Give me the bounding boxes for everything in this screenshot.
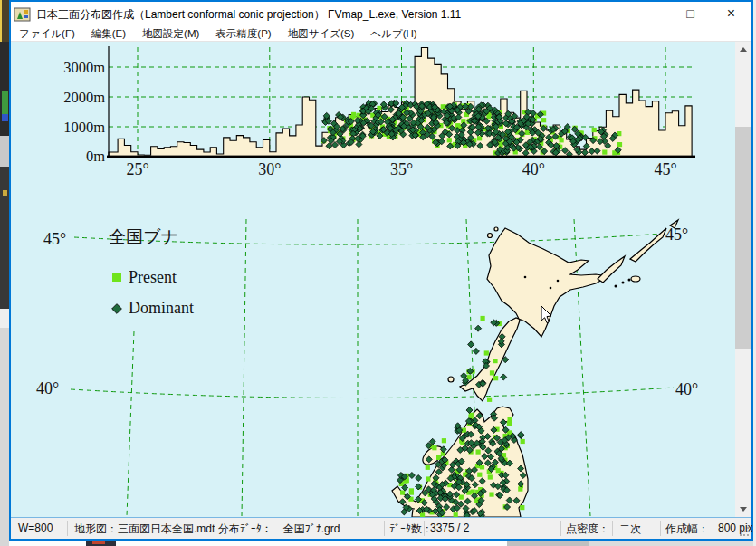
background-fragment <box>0 0 2 42</box>
background-icon-fragment <box>3 190 7 196</box>
background-fragment <box>0 136 9 167</box>
present-marker <box>521 439 525 444</box>
legend-present-label: Present <box>129 268 177 286</box>
status-files: 地形図：三面図日本全国.mdt 分布ﾃﾞｰﾀ： 全国ﾌﾞﾅ.grd <box>74 522 340 537</box>
present-marker <box>476 450 481 455</box>
present-marker <box>592 128 597 132</box>
present-marker <box>481 316 485 321</box>
background-fragment <box>0 167 9 309</box>
menu-item-edit[interactable]: 編集(E) <box>83 27 134 41</box>
screen: 日本三面分布図作成（Lambert conformal conic projec… <box>0 0 756 546</box>
window-title: 日本三面分布図作成（Lambert conformal conic projec… <box>36 7 629 23</box>
status-bar: W=800 地形図：三面図日本全国.mdt 分布ﾃﾞｰﾀ： 全国ﾌﾞﾅ.grd … <box>11 517 751 539</box>
rebun-island <box>494 227 498 231</box>
shikotan-island <box>631 276 640 282</box>
x-tick-45: 45° <box>654 160 676 178</box>
dominant-marker <box>475 325 482 331</box>
status-make-width-label: 作成幅： <box>665 522 709 537</box>
present-marker <box>447 138 452 142</box>
status-data-count-value: 3375 / 2 <box>430 522 469 534</box>
chart-x-axis <box>107 156 695 158</box>
menu-item-display-precision[interactable]: 表示精度(P) <box>207 27 279 41</box>
status-data-count-label: ﾃﾞｰﾀ数： <box>389 522 433 537</box>
present-marker <box>441 104 445 109</box>
minimize-button[interactable]: ─ <box>629 2 670 27</box>
resize-grip-icon[interactable] <box>740 527 750 537</box>
landmasses <box>392 220 678 517</box>
maximize-button[interactable]: □ <box>670 2 711 27</box>
present-marker <box>496 468 501 473</box>
habomai-islet <box>622 282 625 284</box>
status-divider <box>67 521 68 536</box>
present-marker <box>493 376 498 380</box>
background-fragment <box>589 541 753 546</box>
legend-dominant-label: Dominant <box>129 299 194 317</box>
menu-item-help[interactable]: ヘルプ(H) <box>362 27 425 41</box>
y-tick-0m: 0m <box>86 148 105 165</box>
dominant-marker <box>468 341 474 348</box>
dominant-marker <box>501 374 507 380</box>
status-width-mode: W=800 <box>18 522 53 534</box>
kunashiri-island <box>598 256 625 283</box>
map-drawing[interactable]: 3000m 2000m 1000m 0m 25° 30° 35° 40° 45° <box>11 42 735 517</box>
background-fragment <box>507 541 589 546</box>
status-divider <box>424 521 425 536</box>
dominant-marker <box>408 472 415 478</box>
present-marker <box>489 493 493 497</box>
status-divider <box>560 521 561 536</box>
present-marker <box>490 370 494 375</box>
status-divider <box>612 521 613 536</box>
legend-present-swatch <box>112 273 121 282</box>
chevron-up-icon <box>740 47 747 52</box>
scroll-down-button[interactable] <box>735 502 751 517</box>
titlebar[interactable]: 日本三面分布図作成（Lambert conformal conic projec… <box>11 2 751 27</box>
present-marker <box>617 142 622 147</box>
dominant-marker <box>466 407 473 413</box>
present-marker <box>520 505 524 510</box>
x-tick-25: 25° <box>126 160 148 178</box>
map-legend: 全国ブナ Present Dominant <box>109 227 194 317</box>
present-marker <box>487 398 492 402</box>
map-dot <box>550 287 552 290</box>
lat-label-45-left: 45° <box>43 230 66 248</box>
meridian <box>127 331 134 516</box>
app-icon <box>14 7 31 22</box>
present-marker <box>477 136 482 140</box>
elevation-chart: 3000m 2000m 1000m 0m 25° 30° 35° 40° 45° <box>63 46 695 178</box>
background-icon-fragment <box>2 91 8 116</box>
taskbar-icon-fragment <box>92 541 105 544</box>
x-tick-30: 30° <box>258 160 281 178</box>
present-marker <box>480 465 484 469</box>
menu-item-map-size[interactable]: 地図サイズ(S) <box>280 27 363 41</box>
background-fragment <box>0 42 9 136</box>
x-tick-40: 40° <box>522 160 545 178</box>
present-marker <box>400 491 405 495</box>
menu-item-file[interactable]: ファイル(F) <box>11 27 83 41</box>
present-marker <box>541 118 546 122</box>
present-marker <box>508 417 512 422</box>
distribution-map: 45° 45° 40° 40° 全国ブナ Present Dominant <box>36 219 698 517</box>
map-canvas-area[interactable]: 3000m 2000m 1000m 0m 25° 30° 35° 40° 45° <box>11 42 735 517</box>
chevron-down-icon <box>740 507 747 512</box>
present-marker <box>442 438 446 443</box>
menu-item-map-settings[interactable]: 地図設定(M) <box>134 27 207 41</box>
background-fragment <box>0 328 9 546</box>
scrollbar-thumb[interactable] <box>735 127 751 349</box>
present-marker <box>455 123 460 128</box>
hokkaido-island <box>460 228 608 401</box>
background-fragment <box>0 309 9 328</box>
legend-title: 全国ブナ <box>109 227 178 246</box>
status-divider <box>713 521 713 536</box>
etorofu-island <box>630 228 666 262</box>
dominant-marker <box>416 474 422 481</box>
lat-label-40-left: 40° <box>36 379 59 398</box>
map-dot <box>557 280 560 283</box>
present-marker <box>602 150 607 155</box>
present-marker <box>477 473 482 477</box>
close-button[interactable]: × <box>711 2 751 27</box>
habomai-islet <box>615 285 617 288</box>
rishiri-island <box>488 234 493 238</box>
vertical-scrollbar[interactable] <box>735 42 751 517</box>
okushiri-island <box>448 377 454 382</box>
scroll-up-button[interactable] <box>735 42 751 57</box>
